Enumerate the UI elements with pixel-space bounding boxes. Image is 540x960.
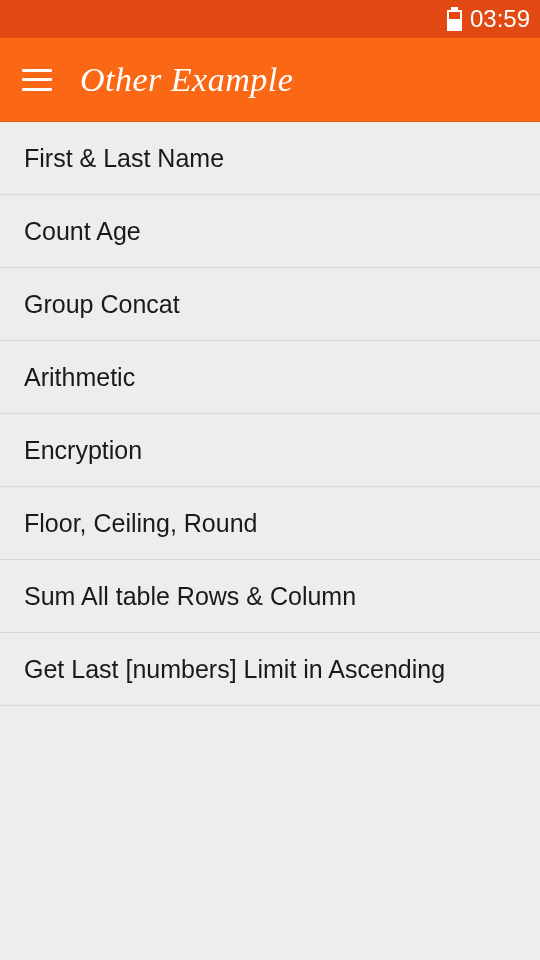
- page-title: Other Example: [80, 61, 293, 99]
- list-item-label: Sum All table Rows & Column: [24, 582, 356, 611]
- list-item[interactable]: Floor, Ceiling, Round: [0, 487, 540, 560]
- app-bar: Other Example: [0, 38, 540, 122]
- list-item[interactable]: First & Last Name: [0, 122, 540, 195]
- list-item-label: Arithmetic: [24, 363, 135, 392]
- list-item-label: Get Last [numbers] Limit in Ascending: [24, 655, 445, 684]
- list-item[interactable]: Get Last [numbers] Limit in Ascending: [0, 633, 540, 706]
- list-item-label: Group Concat: [24, 290, 180, 319]
- status-time: 03:59: [470, 5, 530, 33]
- hamburger-menu-icon[interactable]: [22, 69, 52, 91]
- list-item[interactable]: Sum All table Rows & Column: [0, 560, 540, 633]
- list-item[interactable]: Arithmetic: [0, 341, 540, 414]
- list-item[interactable]: Encryption: [0, 414, 540, 487]
- status-bar: 03:59: [0, 0, 540, 38]
- battery-icon: [447, 7, 462, 31]
- list-item[interactable]: Group Concat: [0, 268, 540, 341]
- list-item-label: Floor, Ceiling, Round: [24, 509, 257, 538]
- list-item[interactable]: Count Age: [0, 195, 540, 268]
- example-list: First & Last Name Count Age Group Concat…: [0, 122, 540, 706]
- list-item-label: Encryption: [24, 436, 142, 465]
- list-item-label: First & Last Name: [24, 144, 224, 173]
- list-item-label: Count Age: [24, 217, 141, 246]
